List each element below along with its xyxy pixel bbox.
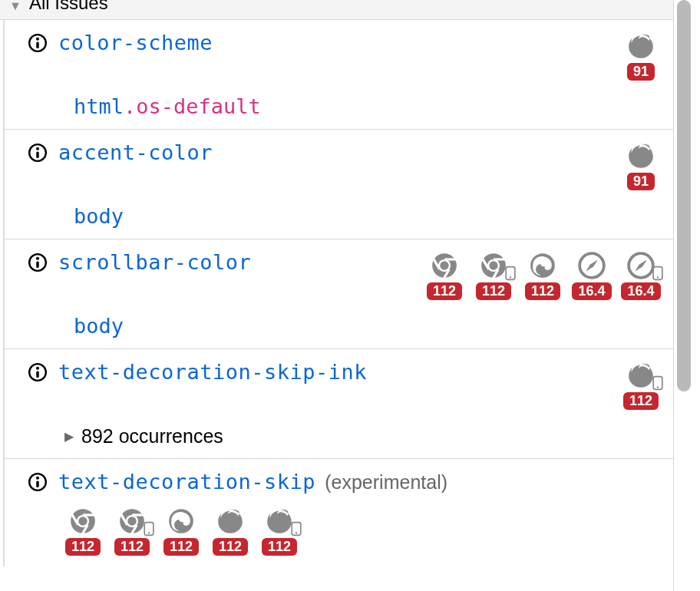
browser-chrome[interactable]: 112 [423, 250, 466, 300]
browser-safari-mobile[interactable]: 16.4 [619, 250, 662, 300]
css-property-link[interactable]: color-scheme [58, 31, 213, 54]
section-header[interactable]: ▼ All Issues [0, 0, 673, 20]
mobile-icon [650, 375, 665, 391]
browser-chrome[interactable]: 112 [61, 506, 104, 556]
info-icon [28, 143, 48, 163]
version-badge: 112 [163, 538, 199, 556]
browser-support: 91 [619, 31, 662, 81]
info-icon [28, 33, 48, 53]
css-property-link[interactable]: accent-color [58, 140, 213, 164]
occurrences-count: 892 occurrences [81, 425, 223, 447]
issue-list: color-scheme 91 html.os-default accent-c… [3, 20, 673, 566]
safari-icon [576, 250, 607, 281]
scrollbar-thumb[interactable] [677, 0, 691, 391]
selector-class: .os-default [124, 94, 261, 118]
css-property-link[interactable]: text-decoration-skip [58, 470, 315, 494]
property-note: (experimental) [325, 471, 447, 493]
browser-firefox-mobile[interactable]: 112 [258, 506, 301, 556]
info-icon [28, 253, 48, 272]
collapse-arrow-icon: ▼ [9, 0, 21, 13]
version-badge: 112 [623, 392, 659, 410]
firefox-icon [215, 506, 246, 537]
version-badge: 112 [427, 282, 462, 300]
browser-support: 112 112 112 16.4 [423, 250, 662, 300]
mobile-icon [289, 521, 304, 537]
mobile-icon [650, 266, 665, 281]
version-badge: 112 [114, 538, 150, 556]
version-badge: 112 [65, 538, 101, 556]
compat-panel: ▼ All Issues color-scheme 91 html.os-def… [0, 0, 674, 591]
browser-firefox-mobile[interactable]: 112 [619, 360, 662, 410]
selector[interactable]: html.os-default [74, 94, 662, 118]
selector-element: html [74, 94, 124, 118]
browser-chrome-mobile[interactable]: 112 [472, 250, 515, 300]
selector[interactable]: body [74, 314, 662, 338]
mobile-icon [141, 521, 157, 537]
browser-support: 112 [619, 360, 662, 410]
chrome-icon [429, 250, 460, 281]
browser-support: 91 [619, 140, 662, 190]
chrome-icon [68, 506, 98, 537]
firefox-icon [626, 140, 656, 171]
version-badge: 16.4 [572, 282, 611, 300]
browser-edge[interactable]: 112 [521, 250, 564, 300]
issue-row: scrollbar-color 112 112 112 [5, 239, 673, 349]
selector[interactable]: body [74, 204, 662, 228]
issue-row: accent-color 91 body [5, 130, 673, 239]
info-icon [28, 362, 48, 382]
browser-support: 112 112 112 112 112 [61, 506, 414, 556]
version-badge: 112 [213, 538, 248, 556]
selector-element: body [74, 204, 124, 228]
issue-row: color-scheme 91 html.os-default [5, 20, 673, 130]
version-badge: 16.4 [621, 282, 660, 300]
info-icon [28, 472, 48, 492]
edge-icon [527, 250, 558, 281]
selector-element: body [74, 314, 124, 338]
issue-row: text-decoration-skip-ink 112 ▶ 892 occur… [5, 349, 673, 459]
mobile-icon [503, 266, 518, 281]
issue-row: text-decoration-skip (experimental) 112 … [5, 459, 673, 566]
version-badge: 112 [476, 282, 511, 300]
firefox-icon [626, 31, 656, 61]
browser-edge[interactable]: 112 [160, 506, 203, 556]
browser-firefox[interactable]: 112 [209, 506, 252, 556]
expand-arrow-icon: ▶ [64, 429, 74, 444]
scrollbar[interactable] [674, 0, 700, 591]
version-badge: 91 [627, 63, 655, 81]
version-badge: 91 [627, 173, 655, 190]
edge-icon [166, 506, 196, 537]
version-badge: 112 [262, 538, 297, 556]
version-badge: 112 [525, 282, 560, 300]
browser-firefox[interactable]: 91 [619, 31, 662, 81]
occurrences-toggle[interactable]: ▶ 892 occurrences [64, 425, 662, 447]
section-title: All Issues [29, 0, 108, 14]
browser-firefox[interactable]: 91 [619, 140, 662, 190]
browser-safari[interactable]: 16.4 [570, 250, 613, 300]
css-property-link[interactable]: scrollbar-color [58, 250, 251, 274]
browser-chrome-mobile[interactable]: 112 [111, 506, 154, 556]
css-property-link[interactable]: text-decoration-skip-ink [58, 360, 367, 384]
